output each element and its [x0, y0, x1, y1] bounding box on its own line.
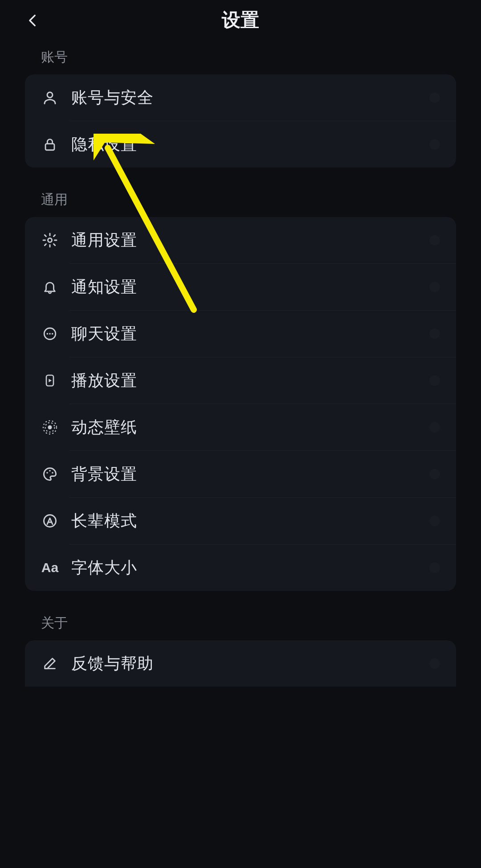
chevron-right-icon: [429, 422, 440, 433]
svg-point-4: [46, 333, 48, 335]
chevron-right-icon: [429, 139, 440, 150]
gear-icon: [41, 231, 59, 249]
chevron-right-icon: [429, 92, 440, 103]
svg-point-14: [44, 515, 56, 527]
row-font-size[interactable]: Aa 字体大小: [25, 545, 456, 591]
row-label: 聊天设置: [71, 323, 137, 345]
group-account: 账号与安全 隐私设置: [25, 74, 456, 168]
row-label: 通知设置: [71, 276, 137, 298]
chevron-right-icon: [429, 235, 440, 246]
section-header-general: 通用: [0, 183, 481, 217]
row-playback-settings[interactable]: 播放设置: [25, 357, 456, 404]
row-feedback-help[interactable]: 反馈与帮助: [25, 640, 456, 687]
row-live-wallpaper[interactable]: 动态壁纸: [25, 404, 456, 450]
row-label: 长辈模式: [71, 510, 137, 532]
row-label: 账号与安全: [71, 87, 154, 109]
target-icon: [41, 418, 59, 436]
row-label: 隐私设置: [71, 134, 137, 156]
back-button[interactable]: [22, 10, 44, 31]
row-account-security[interactable]: 账号与安全: [25, 74, 456, 121]
svg-point-13: [52, 472, 53, 474]
svg-point-2: [48, 238, 52, 242]
row-label: 字体大小: [71, 557, 137, 579]
page-title: 设置: [222, 8, 259, 33]
svg-point-8: [48, 426, 52, 430]
row-label: 通用设置: [71, 229, 137, 251]
lock-icon: [41, 135, 59, 153]
bell-icon: [41, 278, 59, 296]
svg-point-12: [49, 470, 51, 472]
play-device-icon: [41, 372, 59, 389]
row-general-settings[interactable]: 通用设置: [25, 217, 456, 263]
chevron-right-icon: [429, 516, 440, 526]
row-label: 背景设置: [71, 463, 137, 485]
section-header-account: 账号: [0, 40, 481, 74]
row-privacy-settings[interactable]: 隐私设置: [25, 121, 456, 168]
chevron-right-icon: [429, 375, 440, 386]
svg-point-6: [52, 333, 53, 335]
accessibility-icon: [41, 512, 59, 530]
chevron-right-icon: [429, 282, 440, 292]
row-elder-mode[interactable]: 长辈模式: [25, 498, 456, 544]
font-size-icon: Aa: [41, 559, 59, 577]
row-background-settings[interactable]: 背景设置: [25, 451, 456, 497]
group-general: 通用设置 通知设置 聊天设置 播放设置: [25, 217, 456, 591]
row-notification-settings[interactable]: 通知设置: [25, 264, 456, 310]
pencil-icon: [41, 655, 59, 672]
row-label: 动态壁纸: [71, 417, 137, 438]
header-bar: 设置: [0, 0, 481, 40]
row-label: 播放设置: [71, 370, 137, 392]
chevron-right-icon: [429, 562, 440, 573]
svg-point-0: [47, 92, 53, 98]
row-label: 反馈与帮助: [71, 653, 154, 675]
section-header-about: 关于: [0, 606, 481, 640]
svg-point-5: [49, 333, 51, 335]
group-about: 反馈与帮助: [25, 640, 456, 687]
chevron-right-icon: [429, 328, 440, 339]
svg-rect-1: [45, 144, 54, 150]
chevron-right-icon: [429, 469, 440, 479]
chat-icon: [41, 325, 59, 343]
chevron-right-icon: [429, 658, 440, 669]
svg-point-11: [46, 472, 48, 474]
palette-icon: [41, 465, 59, 483]
row-chat-settings[interactable]: 聊天设置: [25, 311, 456, 357]
person-icon: [41, 89, 59, 106]
chevron-left-icon: [25, 13, 41, 28]
